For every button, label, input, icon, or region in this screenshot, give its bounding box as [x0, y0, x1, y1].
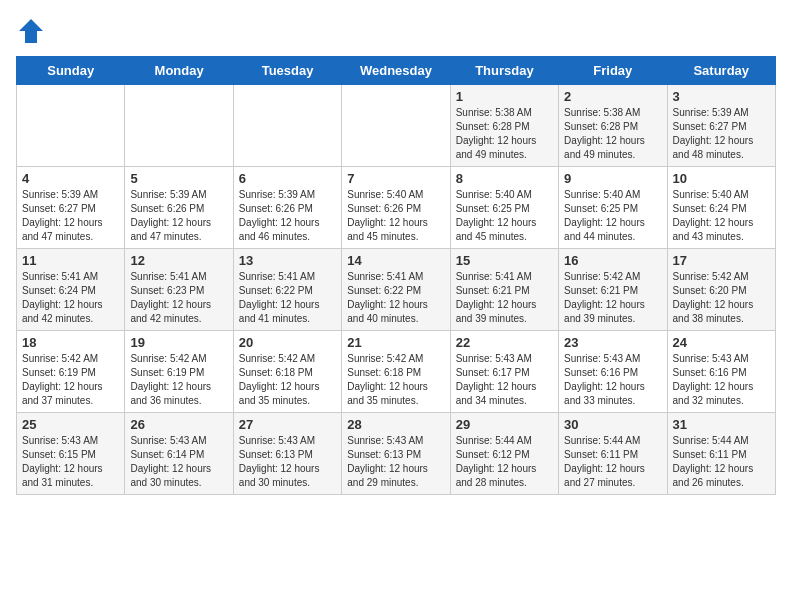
day-number: 9 — [564, 171, 661, 186]
cell-content: Sunrise: 5:43 AM Sunset: 6:15 PM Dayligh… — [22, 434, 119, 490]
cell-content: Sunrise: 5:40 AM Sunset: 6:25 PM Dayligh… — [564, 188, 661, 244]
cell-content: Sunrise: 5:42 AM Sunset: 6:18 PM Dayligh… — [347, 352, 444, 408]
day-header-saturday: Saturday — [667, 57, 775, 85]
calendar-week-1: 1Sunrise: 5:38 AM Sunset: 6:28 PM Daylig… — [17, 85, 776, 167]
calendar-week-2: 4Sunrise: 5:39 AM Sunset: 6:27 PM Daylig… — [17, 167, 776, 249]
day-header-monday: Monday — [125, 57, 233, 85]
cell-content: Sunrise: 5:43 AM Sunset: 6:16 PM Dayligh… — [673, 352, 770, 408]
cell-content: Sunrise: 5:43 AM Sunset: 6:14 PM Dayligh… — [130, 434, 227, 490]
calendar-week-5: 25Sunrise: 5:43 AM Sunset: 6:15 PM Dayli… — [17, 413, 776, 495]
calendar-cell: 15Sunrise: 5:41 AM Sunset: 6:21 PM Dayli… — [450, 249, 558, 331]
day-number: 23 — [564, 335, 661, 350]
cell-content: Sunrise: 5:43 AM Sunset: 6:13 PM Dayligh… — [347, 434, 444, 490]
calendar-cell: 9Sunrise: 5:40 AM Sunset: 6:25 PM Daylig… — [559, 167, 667, 249]
cell-content: Sunrise: 5:39 AM Sunset: 6:27 PM Dayligh… — [673, 106, 770, 162]
day-number: 6 — [239, 171, 336, 186]
day-number: 5 — [130, 171, 227, 186]
calendar-cell: 24Sunrise: 5:43 AM Sunset: 6:16 PM Dayli… — [667, 331, 775, 413]
calendar-cell: 31Sunrise: 5:44 AM Sunset: 6:11 PM Dayli… — [667, 413, 775, 495]
cell-content: Sunrise: 5:41 AM Sunset: 6:24 PM Dayligh… — [22, 270, 119, 326]
day-header-thursday: Thursday — [450, 57, 558, 85]
cell-content: Sunrise: 5:43 AM Sunset: 6:16 PM Dayligh… — [564, 352, 661, 408]
day-number: 21 — [347, 335, 444, 350]
day-number: 27 — [239, 417, 336, 432]
calendar-cell: 10Sunrise: 5:40 AM Sunset: 6:24 PM Dayli… — [667, 167, 775, 249]
cell-content: Sunrise: 5:41 AM Sunset: 6:21 PM Dayligh… — [456, 270, 553, 326]
calendar-cell: 27Sunrise: 5:43 AM Sunset: 6:13 PM Dayli… — [233, 413, 341, 495]
day-number: 19 — [130, 335, 227, 350]
calendar-cell: 4Sunrise: 5:39 AM Sunset: 6:27 PM Daylig… — [17, 167, 125, 249]
calendar-cell: 17Sunrise: 5:42 AM Sunset: 6:20 PM Dayli… — [667, 249, 775, 331]
cell-content: Sunrise: 5:41 AM Sunset: 6:22 PM Dayligh… — [347, 270, 444, 326]
cell-content: Sunrise: 5:43 AM Sunset: 6:17 PM Dayligh… — [456, 352, 553, 408]
cell-content: Sunrise: 5:44 AM Sunset: 6:12 PM Dayligh… — [456, 434, 553, 490]
calendar-week-4: 18Sunrise: 5:42 AM Sunset: 6:19 PM Dayli… — [17, 331, 776, 413]
calendar-cell: 23Sunrise: 5:43 AM Sunset: 6:16 PM Dayli… — [559, 331, 667, 413]
cell-content: Sunrise: 5:40 AM Sunset: 6:24 PM Dayligh… — [673, 188, 770, 244]
cell-content: Sunrise: 5:44 AM Sunset: 6:11 PM Dayligh… — [673, 434, 770, 490]
calendar-cell — [17, 85, 125, 167]
day-number: 13 — [239, 253, 336, 268]
day-number: 11 — [22, 253, 119, 268]
calendar-cell: 18Sunrise: 5:42 AM Sunset: 6:19 PM Dayli… — [17, 331, 125, 413]
calendar-cell: 8Sunrise: 5:40 AM Sunset: 6:25 PM Daylig… — [450, 167, 558, 249]
calendar-cell: 20Sunrise: 5:42 AM Sunset: 6:18 PM Dayli… — [233, 331, 341, 413]
calendar-cell: 26Sunrise: 5:43 AM Sunset: 6:14 PM Dayli… — [125, 413, 233, 495]
day-number: 1 — [456, 89, 553, 104]
day-header-tuesday: Tuesday — [233, 57, 341, 85]
day-number: 26 — [130, 417, 227, 432]
cell-content: Sunrise: 5:38 AM Sunset: 6:28 PM Dayligh… — [564, 106, 661, 162]
calendar-cell: 16Sunrise: 5:42 AM Sunset: 6:21 PM Dayli… — [559, 249, 667, 331]
calendar-cell — [125, 85, 233, 167]
day-number: 29 — [456, 417, 553, 432]
cell-content: Sunrise: 5:44 AM Sunset: 6:11 PM Dayligh… — [564, 434, 661, 490]
calendar-cell — [342, 85, 450, 167]
day-header-sunday: Sunday — [17, 57, 125, 85]
calendar-cell: 14Sunrise: 5:41 AM Sunset: 6:22 PM Dayli… — [342, 249, 450, 331]
calendar-cell: 13Sunrise: 5:41 AM Sunset: 6:22 PM Dayli… — [233, 249, 341, 331]
calendar-cell: 7Sunrise: 5:40 AM Sunset: 6:26 PM Daylig… — [342, 167, 450, 249]
cell-content: Sunrise: 5:42 AM Sunset: 6:18 PM Dayligh… — [239, 352, 336, 408]
calendar-cell: 30Sunrise: 5:44 AM Sunset: 6:11 PM Dayli… — [559, 413, 667, 495]
calendar-cell: 25Sunrise: 5:43 AM Sunset: 6:15 PM Dayli… — [17, 413, 125, 495]
calendar-cell: 28Sunrise: 5:43 AM Sunset: 6:13 PM Dayli… — [342, 413, 450, 495]
day-number: 2 — [564, 89, 661, 104]
day-number: 7 — [347, 171, 444, 186]
cell-content: Sunrise: 5:39 AM Sunset: 6:26 PM Dayligh… — [130, 188, 227, 244]
calendar-week-3: 11Sunrise: 5:41 AM Sunset: 6:24 PM Dayli… — [17, 249, 776, 331]
page-header — [16, 16, 776, 46]
calendar-cell: 12Sunrise: 5:41 AM Sunset: 6:23 PM Dayli… — [125, 249, 233, 331]
calendar-cell: 1Sunrise: 5:38 AM Sunset: 6:28 PM Daylig… — [450, 85, 558, 167]
logo — [16, 16, 50, 46]
day-number: 18 — [22, 335, 119, 350]
day-header-friday: Friday — [559, 57, 667, 85]
calendar-cell: 11Sunrise: 5:41 AM Sunset: 6:24 PM Dayli… — [17, 249, 125, 331]
calendar-cell — [233, 85, 341, 167]
day-number: 15 — [456, 253, 553, 268]
day-number: 10 — [673, 171, 770, 186]
day-header-wednesday: Wednesday — [342, 57, 450, 85]
day-number: 25 — [22, 417, 119, 432]
calendar-cell: 5Sunrise: 5:39 AM Sunset: 6:26 PM Daylig… — [125, 167, 233, 249]
day-number: 3 — [673, 89, 770, 104]
calendar-cell: 6Sunrise: 5:39 AM Sunset: 6:26 PM Daylig… — [233, 167, 341, 249]
cell-content: Sunrise: 5:41 AM Sunset: 6:22 PM Dayligh… — [239, 270, 336, 326]
logo-icon — [16, 16, 46, 46]
day-number: 22 — [456, 335, 553, 350]
calendar-cell: 22Sunrise: 5:43 AM Sunset: 6:17 PM Dayli… — [450, 331, 558, 413]
calendar-cell: 19Sunrise: 5:42 AM Sunset: 6:19 PM Dayli… — [125, 331, 233, 413]
cell-content: Sunrise: 5:42 AM Sunset: 6:19 PM Dayligh… — [22, 352, 119, 408]
svg-marker-0 — [19, 19, 43, 43]
day-number: 24 — [673, 335, 770, 350]
cell-content: Sunrise: 5:40 AM Sunset: 6:26 PM Dayligh… — [347, 188, 444, 244]
cell-content: Sunrise: 5:42 AM Sunset: 6:21 PM Dayligh… — [564, 270, 661, 326]
calendar-cell: 21Sunrise: 5:42 AM Sunset: 6:18 PM Dayli… — [342, 331, 450, 413]
day-header-row: SundayMondayTuesdayWednesdayThursdayFrid… — [17, 57, 776, 85]
calendar-header: SundayMondayTuesdayWednesdayThursdayFrid… — [17, 57, 776, 85]
calendar-body: 1Sunrise: 5:38 AM Sunset: 6:28 PM Daylig… — [17, 85, 776, 495]
day-number: 20 — [239, 335, 336, 350]
cell-content: Sunrise: 5:42 AM Sunset: 6:20 PM Dayligh… — [673, 270, 770, 326]
calendar-cell: 29Sunrise: 5:44 AM Sunset: 6:12 PM Dayli… — [450, 413, 558, 495]
day-number: 30 — [564, 417, 661, 432]
cell-content: Sunrise: 5:38 AM Sunset: 6:28 PM Dayligh… — [456, 106, 553, 162]
